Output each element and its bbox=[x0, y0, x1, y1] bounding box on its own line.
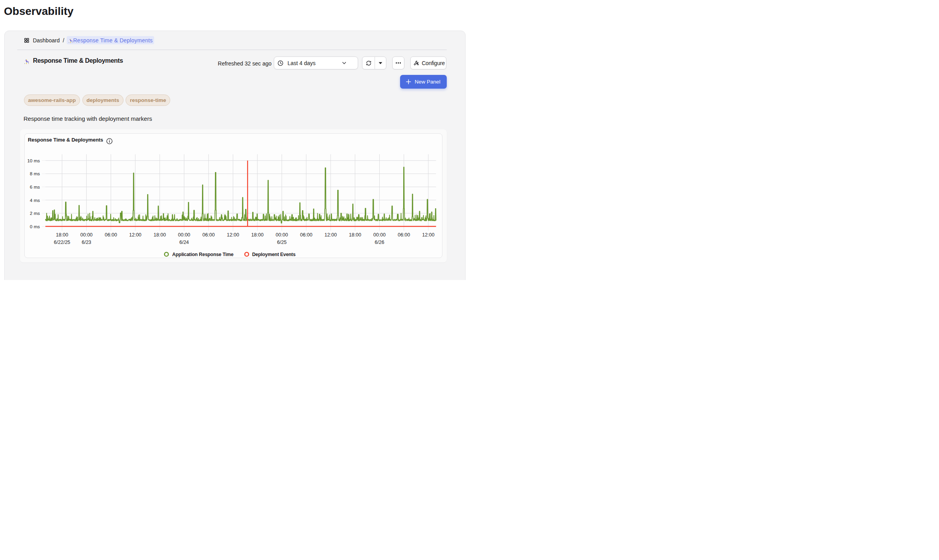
svg-text:4 ms: 4 ms bbox=[30, 197, 40, 203]
svg-text:12:00: 12:00 bbox=[227, 232, 239, 237]
svg-text:6/22/25: 6/22/25 bbox=[54, 240, 71, 245]
svg-text:06:00: 06:00 bbox=[398, 232, 410, 237]
svg-text:06:00: 06:00 bbox=[202, 232, 215, 237]
svg-text:18:00: 18:00 bbox=[251, 232, 264, 237]
svg-text:2 ms: 2 ms bbox=[30, 211, 40, 216]
svg-text:18:00: 18:00 bbox=[154, 232, 166, 237]
svg-text:00:00: 00:00 bbox=[276, 232, 288, 237]
svg-text:Deployment Events: Deployment Events bbox=[252, 252, 296, 257]
svg-text:6/26: 6/26 bbox=[375, 240, 384, 245]
svg-text:10 ms: 10 ms bbox=[27, 158, 40, 163]
svg-text:6/23: 6/23 bbox=[82, 240, 91, 245]
svg-text:12:00: 12:00 bbox=[325, 232, 337, 237]
svg-text:00:00: 00:00 bbox=[178, 232, 190, 237]
svg-text:6 ms: 6 ms bbox=[30, 184, 40, 190]
svg-text:Application Response Time: Application Response Time bbox=[172, 252, 233, 257]
svg-text:06:00: 06:00 bbox=[105, 232, 117, 237]
svg-text:12:00: 12:00 bbox=[129, 232, 142, 237]
svg-text:00:00: 00:00 bbox=[373, 232, 386, 237]
svg-text:6/25: 6/25 bbox=[277, 240, 287, 245]
svg-text:6/24: 6/24 bbox=[180, 240, 189, 245]
svg-text:06:00: 06:00 bbox=[300, 232, 312, 237]
svg-text:18:00: 18:00 bbox=[56, 232, 68, 237]
svg-text:00:00: 00:00 bbox=[80, 232, 93, 237]
svg-text:12:00: 12:00 bbox=[422, 232, 435, 237]
svg-text:0 ms: 0 ms bbox=[30, 224, 40, 229]
svg-text:8 ms: 8 ms bbox=[30, 171, 40, 176]
svg-text:18:00: 18:00 bbox=[349, 232, 361, 237]
